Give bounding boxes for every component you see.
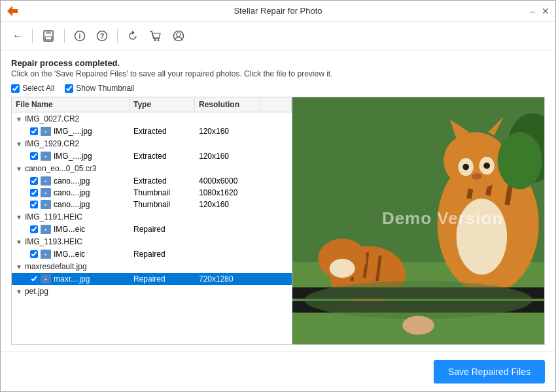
show-thumbnail-checkbox[interactable] <box>65 84 73 93</box>
group-arrow: ▼ <box>16 214 22 221</box>
file-checkbox[interactable] <box>30 250 38 258</box>
group-arrow: ▼ <box>16 165 22 172</box>
file-row-selected[interactable]: ▪ maxr....jpg Repaired 720x1280 <box>12 273 292 285</box>
svg-rect-2 <box>46 31 51 34</box>
svg-text:?: ? <box>100 32 105 40</box>
file-row-type: Repaired <box>130 274 195 284</box>
file-icon: ▪ <box>41 225 51 234</box>
select-all-checkbox[interactable] <box>11 84 20 93</box>
minimize-button[interactable]: – <box>528 7 537 16</box>
svg-point-27 <box>472 173 482 180</box>
svg-rect-3 <box>45 37 52 40</box>
group-row[interactable]: ▼ maxresdefault.jpg <box>12 260 292 273</box>
refresh-button[interactable] <box>123 27 143 44</box>
title-bar-left <box>6 5 24 18</box>
file-checkbox[interactable] <box>30 189 38 197</box>
toolbar-separator-3 <box>117 29 118 43</box>
file-checkbox[interactable] <box>30 275 38 283</box>
file-row-name: ▪ cano....jpg <box>12 200 130 209</box>
svg-point-33 <box>330 259 355 278</box>
select-all-checkbox-label[interactable]: Select All <box>11 84 54 93</box>
show-thumbnail-checkbox-label[interactable]: Show Thumbnail <box>65 84 134 93</box>
file-name-text: IMG_....jpg <box>54 127 92 136</box>
file-row-res: 720x1280 <box>195 274 260 284</box>
options-bar: Select All Show Thumbnail <box>11 84 545 93</box>
content-area: Repair process completed. Click on the '… <box>1 50 555 351</box>
file-row-type: Extracted <box>130 176 195 186</box>
file-checkbox[interactable] <box>30 152 38 160</box>
file-icon: ▪ <box>41 188 51 197</box>
save-repaired-files-button[interactable]: Save Repaired Files <box>434 360 545 384</box>
cart-button[interactable] <box>145 27 166 44</box>
group-name: maxresdefault.jpg <box>25 262 87 271</box>
save-icon <box>42 29 55 42</box>
file-icon: ▪ <box>41 250 51 259</box>
file-checkbox[interactable] <box>30 177 38 185</box>
preview-image <box>292 97 544 344</box>
file-row-res: 120x160 <box>195 200 260 209</box>
group-row[interactable]: ▼ IMG_1929.CR2 <box>12 137 292 150</box>
title-bar: Stellar Repair for Photo – ✕ <box>1 1 555 22</box>
file-row-type: Thumbnail <box>130 188 195 197</box>
help-button[interactable]: ? <box>92 27 112 44</box>
user-icon <box>173 30 184 42</box>
header-type: Type <box>130 97 195 112</box>
file-row[interactable]: ▪ IMG_....jpg Extracted 120x160 <box>12 125 292 137</box>
file-row-name: ▪ cano....jpg <box>12 188 130 197</box>
svg-point-26 <box>483 163 490 169</box>
file-row-name: ▪ IMG_....jpg <box>12 127 130 136</box>
file-row-type: Thumbnail <box>130 200 195 209</box>
info-button[interactable]: i <box>70 27 90 44</box>
svg-point-25 <box>462 164 469 171</box>
main-window: Stellar Repair for Photo – ✕ ← i <box>0 0 556 392</box>
group-name: IMG_1929.CR2 <box>25 139 79 148</box>
group-row[interactable]: ▼ IMG_1191.HEIC <box>12 210 292 223</box>
close-button[interactable]: ✕ <box>541 7 550 16</box>
group-arrow: ▼ <box>16 140 22 148</box>
group-row[interactable]: ▼ IMG_0027.CR2 <box>12 112 292 125</box>
group-arrow: ▼ <box>16 288 22 295</box>
file-row[interactable]: ▪ cano....jpg Thumbnail 1080x1620 <box>12 187 292 199</box>
main-area: File Name Type Resolution ▼ IMG_0027.CR2 <box>11 97 545 345</box>
header-scroll <box>260 97 292 112</box>
group-row[interactable]: ▼ canon_eo...0_05.cr3 <box>12 162 292 175</box>
back-button[interactable]: ← <box>9 27 27 44</box>
toolbar: ← i ? <box>1 22 555 50</box>
preview-panel: Demo Version <box>292 97 545 345</box>
svg-marker-0 <box>7 6 18 16</box>
group-row[interactable]: ▼ IMG_1193.HEIC <box>12 235 292 248</box>
file-icon: ▪ <box>41 200 51 209</box>
file-row-res: 4000x6000 <box>195 176 260 186</box>
file-row[interactable]: ▪ IMG...eic Repaired <box>12 223 292 235</box>
file-list-body[interactable]: ▼ IMG_0027.CR2 ▪ IMG_....jpg Extracted 1… <box>12 112 292 344</box>
file-row-name: ▪ IMG...eic <box>12 250 130 259</box>
group-name: IMG_1191.HEIC <box>25 212 82 221</box>
svg-point-39 <box>402 316 434 335</box>
info-icon: i <box>74 30 86 42</box>
file-row[interactable]: ▪ cano....jpg Extracted 4000x6000 <box>12 175 292 187</box>
file-name-text: IMG_....jpg <box>54 152 92 161</box>
file-row-type: Repaired <box>130 225 195 234</box>
file-name-text: IMG...eic <box>54 225 85 234</box>
file-checkbox[interactable] <box>30 225 38 233</box>
cart-icon <box>149 30 162 42</box>
file-row[interactable]: ▪ IMG_....jpg Extracted 120x160 <box>12 150 292 162</box>
file-row-res: 1080x1620 <box>195 188 260 197</box>
file-list-panel: File Name Type Resolution ▼ IMG_0027.CR2 <box>11 97 292 345</box>
file-name-text: IMG...eic <box>54 250 85 259</box>
file-row[interactable]: ▪ IMG...eic Repaired <box>12 248 292 260</box>
svg-point-12 <box>177 33 181 37</box>
file-row[interactable]: ▪ cano....jpg Thumbnail 120x160 <box>12 199 292 210</box>
file-icon: ▪ <box>41 176 51 186</box>
footer: Save Repaired Files <box>1 351 555 391</box>
file-checkbox[interactable] <box>30 127 38 135</box>
file-checkbox[interactable] <box>30 201 38 208</box>
file-row-type: Repaired <box>130 250 195 259</box>
save-toolbar-button[interactable] <box>38 27 59 45</box>
group-row[interactable]: ▼ pet.jpg <box>12 285 292 298</box>
file-row-name: ▪ IMG...eic <box>12 225 130 234</box>
svg-text:i: i <box>79 33 81 40</box>
file-name-text: cano....jpg <box>54 176 90 186</box>
toolbar-separator-1 <box>32 29 33 43</box>
user-button[interactable] <box>169 27 188 44</box>
